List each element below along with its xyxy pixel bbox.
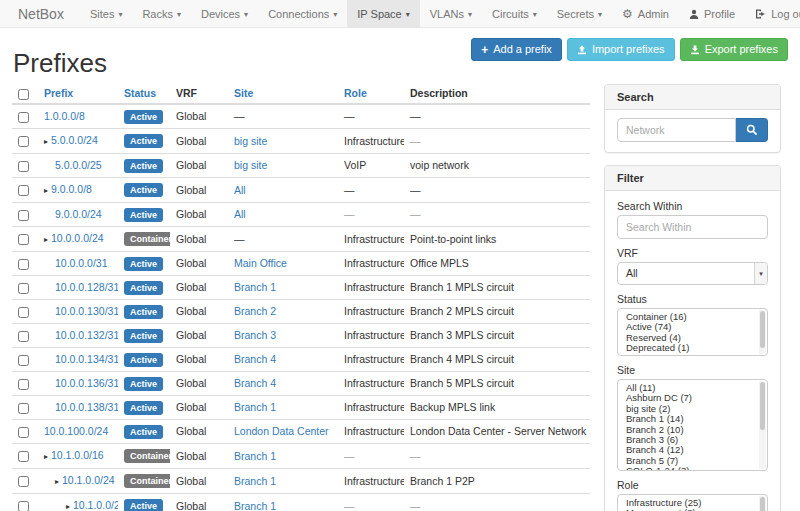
row-checkbox[interactable]	[18, 476, 29, 487]
row-checkbox[interactable]	[18, 427, 29, 438]
description-cell: Branch 5 MPLS circuit	[404, 371, 590, 395]
prefix-link[interactable]: 10.0.0.134/31	[55, 353, 118, 365]
sort-role-link[interactable]: Role	[344, 87, 367, 99]
sort-site-link[interactable]: Site	[234, 87, 253, 99]
nav-item-vlans[interactable]: VLANs▾	[420, 0, 482, 27]
site-scrollbar[interactable]	[759, 381, 766, 469]
nav-item-racks[interactable]: Racks▾	[132, 0, 191, 27]
vrf-select[interactable]: All ▾	[617, 262, 768, 285]
prefix-link[interactable]: 10.0.0.0/24	[51, 232, 104, 244]
prefix-link[interactable]: 10.0.0.130/31	[55, 305, 118, 317]
prefix-link[interactable]: 10.0.0.132/31	[55, 329, 118, 341]
prefix-link[interactable]: 10.1.0.0/25	[73, 499, 118, 511]
site-link[interactable]: All	[234, 208, 246, 220]
row-checkbox[interactable]	[18, 185, 29, 196]
role-scrollbar[interactable]	[759, 496, 766, 511]
expand-caret-icon[interactable]: ▸	[44, 135, 48, 149]
prefix-cell: ▸10.0.0.0/24	[38, 226, 118, 251]
site-link[interactable]: Branch 1	[234, 500, 276, 511]
site-link[interactable]: Branch 1	[234, 281, 276, 293]
expand-caret-icon[interactable]: ▸	[55, 475, 59, 489]
site-link[interactable]: London Data Center	[234, 425, 329, 437]
search-panel: Search	[604, 84, 781, 153]
role-listbox[interactable]: Infrastructure (25)Management (8)Private…	[617, 494, 768, 511]
row-checkbox[interactable]	[18, 161, 29, 172]
nav-item-ip-space[interactable]: IP Space▾	[347, 0, 419, 27]
brand-logo[interactable]: NetBox	[0, 0, 80, 27]
site-link[interactable]: big site	[234, 159, 267, 171]
nav-item-secrets[interactable]: Secrets▾	[547, 0, 612, 27]
row-checkbox[interactable]	[18, 259, 29, 270]
row-select-cell	[12, 347, 38, 371]
site-link[interactable]: All	[234, 184, 246, 196]
row-checkbox[interactable]	[18, 501, 29, 511]
logout-link[interactable]: Log out	[745, 0, 800, 27]
role-cell: Infrastructure	[338, 395, 404, 419]
prefix-link[interactable]: 10.0.0.0/31	[55, 257, 108, 269]
row-checkbox[interactable]	[18, 112, 29, 123]
row-checkbox[interactable]	[18, 379, 29, 390]
description-cell: —	[404, 128, 590, 153]
expand-caret-icon[interactable]: ▸	[44, 450, 48, 464]
chevron-down-icon: ▾	[468, 11, 472, 19]
import-prefixes-button[interactable]: Import prefixes	[567, 38, 675, 61]
sort-prefix-link[interactable]: Prefix	[44, 87, 73, 99]
status-listbox[interactable]: Container (16)Active (74)Reserved (4)Dep…	[617, 308, 768, 356]
site-listbox[interactable]: All (11)Ashburn DC (7)big site (2)Branch…	[617, 379, 768, 471]
row-checkbox[interactable]	[18, 331, 29, 342]
site-link[interactable]: big site	[234, 135, 267, 147]
status-option[interactable]: Deprecated (1)	[618, 343, 767, 353]
site-link[interactable]: Branch 3	[234, 329, 276, 341]
prefix-link[interactable]: 10.0.0.128/31	[55, 281, 118, 293]
prefix-link[interactable]: 5.0.0.0/25	[55, 159, 102, 171]
site-link[interactable]: Main Office	[234, 257, 287, 269]
prefix-link[interactable]: 9.0.0.0/24	[55, 208, 102, 220]
expand-caret-icon[interactable]: ▸	[66, 500, 70, 511]
site-link[interactable]: Branch 1	[234, 401, 276, 413]
prefix-link[interactable]: 9.0.0.0/8	[51, 183, 92, 195]
admin-link[interactable]: ⚙ Admin	[612, 0, 679, 27]
site-link[interactable]: Branch 1	[234, 450, 276, 462]
nav-item-sites[interactable]: Sites▾	[80, 0, 132, 27]
row-checkbox[interactable]	[18, 136, 29, 147]
site-link[interactable]: Branch 2	[234, 305, 276, 317]
prefix-link[interactable]: 5.0.0.0/24	[51, 134, 98, 146]
row-checkbox[interactable]	[18, 210, 29, 221]
chevron-down-icon: ▾	[406, 11, 410, 19]
role-cell: Infrastructure	[338, 275, 404, 299]
status-scrollbar[interactable]	[759, 310, 766, 354]
select-all-checkbox[interactable]	[18, 89, 29, 100]
site-option[interactable]: COLO-1-24 (3)	[618, 466, 767, 471]
site-link[interactable]: Branch 4	[234, 377, 276, 389]
nav-item-devices[interactable]: Devices▾	[191, 0, 258, 27]
sort-status-link[interactable]: Status	[124, 87, 156, 99]
prefix-link[interactable]: 1.0.0.0/8	[44, 110, 85, 122]
site-options: All (11)Ashburn DC (7)big site (2)Branch…	[618, 383, 767, 471]
export-prefixes-button[interactable]: Export prefixes	[680, 38, 788, 61]
row-checkbox[interactable]	[18, 283, 29, 294]
prefix-cell: 10.0.100.0/24	[38, 419, 118, 443]
row-checkbox[interactable]	[18, 403, 29, 414]
row-checkbox[interactable]	[18, 355, 29, 366]
prefix-link[interactable]: 10.1.0.0/16	[51, 449, 104, 461]
site-link[interactable]: Branch 4	[234, 353, 276, 365]
expand-caret-icon[interactable]: ▸	[44, 233, 48, 247]
row-checkbox[interactable]	[18, 234, 29, 245]
search-within-input[interactable]	[617, 215, 768, 239]
nav-item-connections[interactable]: Connections▾	[258, 0, 347, 27]
prefix-link[interactable]: 10.1.0.0/24	[62, 474, 115, 486]
nav-item-circuits[interactable]: Circuits▾	[482, 0, 547, 27]
add-prefix-button[interactable]: + Add a prefix	[471, 38, 562, 61]
site-option[interactable]: Branch 1 (14)	[618, 414, 767, 424]
import-prefixes-label: Import prefixes	[592, 43, 665, 56]
prefix-link[interactable]: 10.0.100.0/24	[44, 425, 108, 437]
search-button[interactable]	[736, 118, 768, 142]
expand-caret-icon[interactable]: ▸	[44, 184, 48, 198]
prefix-link[interactable]: 10.0.0.136/31	[55, 377, 118, 389]
search-input[interactable]	[617, 118, 736, 142]
prefix-link[interactable]: 10.0.0.138/31	[55, 401, 118, 413]
site-link[interactable]: Branch 1	[234, 475, 276, 487]
profile-link[interactable]: Profile	[679, 0, 745, 27]
row-checkbox[interactable]	[18, 307, 29, 318]
row-checkbox[interactable]	[18, 451, 29, 462]
